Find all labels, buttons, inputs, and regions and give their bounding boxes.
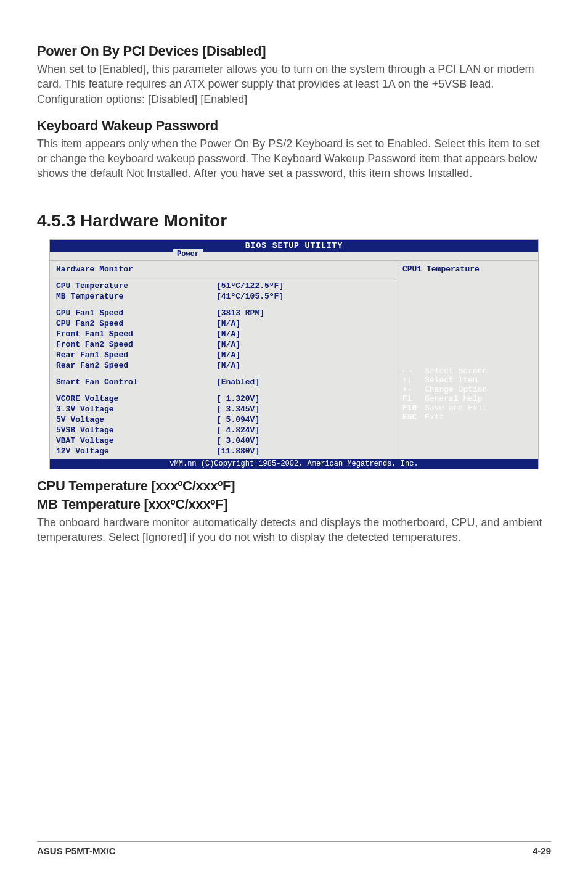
bios-panel-title: Hardware Monitor bbox=[50, 261, 396, 278]
bios-label: Front Fan1 Speed bbox=[56, 329, 216, 339]
bios-label: 5V Voltage bbox=[56, 415, 216, 424]
bios-label: 12V Voltage bbox=[56, 447, 216, 456]
bios-value: [N/A] bbox=[216, 361, 240, 370]
bios-value: [N/A] bbox=[216, 350, 240, 360]
bios-help-row: F10Save and Exit bbox=[402, 403, 532, 413]
bios-screenshot: BIOS SETUP UTILITY Power Hardware Monito… bbox=[49, 239, 539, 469]
hwmon-section-heading: 4.5.3 Hardware Monitor bbox=[37, 211, 551, 231]
page-footer: ASUS P5MT-MX/C 4-29 bbox=[37, 841, 551, 856]
bios-value: [N/A] bbox=[216, 329, 240, 339]
footer-left: ASUS P5MT-MX/C bbox=[37, 846, 116, 856]
bios-row: 12V Voltage[11.880V] bbox=[50, 446, 396, 456]
bios-row: VCORE Voltage[ 1.320V] bbox=[50, 394, 396, 404]
bios-value: [ 3.040V] bbox=[216, 436, 259, 445]
cputemp-body: The onboard hardware monitor automatical… bbox=[37, 515, 551, 545]
bios-row: MB Temperature [41ºC/105.5ºF] bbox=[50, 291, 396, 302]
cputemp-heading1: CPU Temperature [xxxºC/xxxºF] bbox=[37, 478, 551, 494]
footer-right: 4-29 bbox=[533, 846, 551, 856]
bios-row: Rear Fan2 Speed[N/A] bbox=[50, 360, 396, 371]
bios-help-row: ←→Select Screen bbox=[402, 366, 532, 376]
bios-value: [51ºC/122.5ºF] bbox=[216, 281, 284, 291]
bios-row: 5VSB Voltage[ 4.824V] bbox=[50, 425, 396, 435]
bios-row: CPU Fan2 Speed[N/A] bbox=[50, 318, 396, 329]
bios-row: CPU Fan1 Speed[3813 RPM] bbox=[50, 308, 396, 318]
bios-row: CPU Temperature [51ºC/122.5ºF] bbox=[50, 281, 396, 291]
bios-label: CPU Fan1 Speed bbox=[56, 308, 216, 318]
bios-row: Front Fan2 Speed[N/A] bbox=[50, 339, 396, 350]
cputemp-heading2: MB Temperature [xxxºC/xxxºF] bbox=[37, 497, 551, 513]
bios-row: Smart Fan Control [Enabled] bbox=[50, 377, 396, 387]
bios-row: Rear Fan1 Speed[N/A] bbox=[50, 350, 396, 360]
bios-row: 5V Voltage[ 5.094V] bbox=[50, 415, 396, 425]
bios-help-key: F1 bbox=[402, 394, 425, 403]
bios-help-panel: ←→Select Screen ↑↓Select Item +-Change O… bbox=[402, 366, 532, 422]
bios-help-key: ESC bbox=[402, 413, 425, 422]
bios-help-desc: Change Option bbox=[425, 385, 487, 394]
bios-row: 3.3V Voltage[ 3.345V] bbox=[50, 404, 396, 415]
bios-label: VBAT Voltage bbox=[56, 436, 216, 445]
bios-label: CPU Fan2 Speed bbox=[56, 319, 216, 328]
bios-value: [N/A] bbox=[216, 319, 240, 328]
bios-help-key: ←→ bbox=[402, 366, 425, 376]
bios-value: [41ºC/105.5ºF] bbox=[216, 292, 284, 301]
bios-row: Front Fan1 Speed[N/A] bbox=[50, 329, 396, 339]
bios-help-key: +- bbox=[402, 385, 425, 394]
kbwakeup-body: This item appears only when the Power On… bbox=[37, 136, 551, 181]
bios-help-key: ↑↓ bbox=[402, 376, 425, 385]
kbwakeup-heading: Keyboard Wakeup Password bbox=[37, 118, 551, 134]
bios-label: 5VSB Voltage bbox=[56, 426, 216, 435]
bios-help-row: F1General Help bbox=[402, 394, 532, 403]
bios-title-text: BIOS SETUP UTILITY bbox=[50, 241, 538, 250]
bios-value: [11.880V] bbox=[216, 447, 259, 456]
bios-value: [ 4.824V] bbox=[216, 426, 259, 435]
bios-help-desc: Select Item bbox=[425, 376, 478, 385]
bios-value: [ 5.094V] bbox=[216, 415, 259, 424]
bios-label: 3.3V Voltage bbox=[56, 405, 216, 414]
bios-value: [Enabled] bbox=[216, 377, 259, 387]
bios-help-row: ↑↓Select Item bbox=[402, 376, 532, 385]
bios-value: [N/A] bbox=[216, 340, 240, 349]
bios-tab-power: Power bbox=[173, 249, 203, 258]
bios-help-desc: Save and Exit bbox=[425, 403, 487, 413]
bios-help-key: F10 bbox=[402, 403, 425, 413]
bios-row: VBAT Voltage[ 3.040V] bbox=[50, 435, 396, 446]
bios-help-row: +-Change Option bbox=[402, 385, 532, 394]
bios-value: [ 1.320V] bbox=[216, 394, 259, 403]
bios-value: [3813 RPM] bbox=[216, 308, 264, 318]
bios-label: CPU Temperature bbox=[56, 281, 216, 291]
bios-help-row: ESCExit bbox=[402, 413, 532, 422]
bios-right-title: CPU1 Temperature bbox=[402, 265, 532, 274]
bios-footer: vMM.nn (C)Copyright 1985-2002, American … bbox=[50, 459, 538, 469]
bios-label: MB Temperature bbox=[56, 292, 216, 301]
bios-titlebar: BIOS SETUP UTILITY Power bbox=[50, 240, 538, 252]
bios-label: VCORE Voltage bbox=[56, 394, 216, 403]
bios-label: Front Fan2 Speed bbox=[56, 340, 216, 349]
poweron-heading: Power On By PCI Devices [Disabled] bbox=[37, 43, 551, 59]
bios-label: Smart Fan Control bbox=[56, 377, 216, 387]
bios-label: Rear Fan2 Speed bbox=[56, 361, 216, 370]
bios-help-desc: General Help bbox=[425, 394, 483, 403]
poweron-body: When set to [Enabled], this parameter al… bbox=[37, 62, 551, 107]
bios-help-desc: Exit bbox=[425, 413, 444, 422]
bios-value: [ 3.345V] bbox=[216, 405, 259, 414]
bios-help-desc: Select Screen bbox=[425, 366, 487, 376]
bios-label: Rear Fan1 Speed bbox=[56, 350, 216, 360]
